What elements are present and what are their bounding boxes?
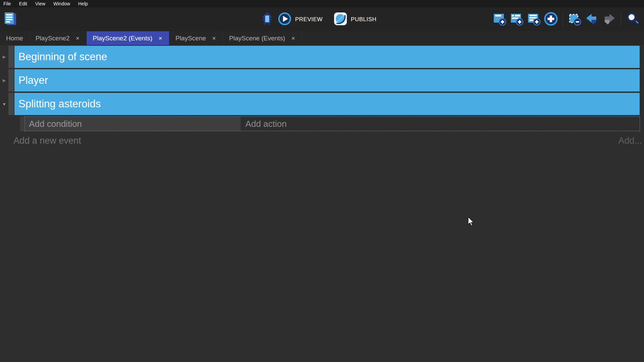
- add-new-event-button[interactable]: Add a new event: [13, 136, 81, 146]
- menu-view[interactable]: View: [35, 1, 45, 6]
- redo-icon: [602, 12, 616, 27]
- event-group-title: Beginning of scene: [18, 51, 107, 63]
- tab-label: Home: [6, 35, 23, 42]
- menu-edit[interactable]: Edit: [19, 1, 27, 6]
- debugger-button[interactable]: [260, 12, 274, 27]
- publish-label[interactable]: PUBLISH: [351, 16, 376, 23]
- toolbar-separator: [621, 12, 621, 27]
- add-action-button[interactable]: Add action: [241, 117, 640, 131]
- add-event-icon: [492, 12, 507, 27]
- undo-icon: [585, 12, 599, 27]
- tab-label: PlayScene2: [36, 35, 70, 42]
- event-group-title: Player: [18, 74, 48, 86]
- search-icon: [626, 12, 640, 27]
- publish-button[interactable]: [333, 12, 348, 27]
- events-footer: Add a new event Add...: [13, 136, 642, 146]
- menu-window[interactable]: Window: [53, 1, 70, 6]
- close-tab-icon[interactable]: ✕: [75, 35, 80, 42]
- play-icon: [278, 12, 292, 27]
- tab-playscene2-events[interactable]: PlayScene2 (Events) ✕: [87, 31, 169, 45]
- add-comment-button[interactable]: [527, 12, 541, 27]
- tab-playscene2[interactable]: PlayScene2 ✕: [30, 31, 87, 45]
- delete-selection-icon: [568, 12, 582, 27]
- add-condition-button[interactable]: Add condition: [25, 117, 241, 131]
- event-group-row[interactable]: ▶ Player: [0, 69, 640, 92]
- tab-label: PlayScene: [175, 35, 206, 42]
- empty-event-row: Add condition Add action: [20, 116, 640, 131]
- tab-playscene[interactable]: PlayScene ✕: [169, 31, 223, 45]
- chevron-right-icon[interactable]: ▶: [3, 78, 6, 83]
- event-group-row[interactable]: ▾ Splitting asteroids: [0, 93, 640, 115]
- event-drag-handle[interactable]: [8, 46, 14, 68]
- publish-globe-icon: [333, 12, 348, 27]
- preview-button[interactable]: [278, 12, 292, 27]
- project-manager-button[interactable]: [3, 12, 17, 27]
- add-condition-label: Add condition: [29, 119, 82, 129]
- preview-label[interactable]: PREVIEW: [295, 16, 323, 23]
- menu-file[interactable]: File: [3, 1, 11, 6]
- tab-playscene-events[interactable]: PlayScene (Events) ✕: [223, 31, 303, 45]
- search-events-button[interactable]: [626, 12, 640, 27]
- tab-label: PlayScene2 (Events): [93, 35, 152, 42]
- add-subevent-icon: [510, 12, 524, 27]
- condition-action-container: Add condition Add action: [25, 116, 640, 131]
- chevron-right-icon[interactable]: ▶: [3, 55, 6, 59]
- project-manager-icon: [3, 11, 17, 28]
- tab-home[interactable]: Home: [0, 31, 30, 45]
- add-event-button[interactable]: [492, 12, 507, 27]
- event-drag-handle[interactable]: [20, 116, 25, 131]
- event-group-title: Splitting asteroids: [18, 98, 101, 110]
- events-sheet: ▶ Beginning of scene ▶ Player ▾ Splittin…: [0, 45, 644, 146]
- add-more-button[interactable]: Add...: [618, 136, 642, 146]
- event-drag-handle[interactable]: [8, 69, 14, 92]
- close-tab-icon[interactable]: ✕: [158, 35, 163, 42]
- event-group-block[interactable]: Player: [14, 69, 640, 92]
- event-drag-handle[interactable]: [8, 93, 14, 115]
- add-subevent-button[interactable]: [510, 12, 524, 27]
- redo-button[interactable]: [602, 12, 616, 27]
- toolbar-separator: [563, 12, 563, 27]
- undo-button[interactable]: [585, 12, 599, 27]
- choose-add-button[interactable]: [544, 12, 558, 27]
- close-tab-icon[interactable]: ✕: [211, 35, 217, 42]
- add-action-label: Add action: [245, 119, 287, 129]
- main-toolbar: PREVIEW PUBLISH: [0, 7, 644, 31]
- debugger-icon: [260, 12, 274, 27]
- fold-gutter: ▶: [0, 46, 8, 68]
- event-group-block[interactable]: Splitting asteroids: [14, 93, 640, 115]
- event-group-row[interactable]: ▶ Beginning of scene: [0, 46, 640, 68]
- menu-bar: File Edit View Window Help: [0, 0, 644, 7]
- fold-gutter: ▾: [0, 93, 8, 115]
- add-circle-icon: [544, 12, 558, 27]
- menu-help[interactable]: Help: [78, 1, 88, 6]
- chevron-down-icon[interactable]: ▾: [3, 101, 5, 107]
- delete-selection-button[interactable]: [568, 12, 582, 27]
- event-group-block[interactable]: Beginning of scene: [14, 46, 640, 68]
- mouse-cursor: [468, 217, 475, 228]
- tab-label: PlayScene (Events): [229, 35, 285, 42]
- editor-tab-bar: Home PlayScene2 ✕ PlayScene2 (Events) ✕ …: [0, 31, 644, 45]
- close-tab-icon[interactable]: ✕: [290, 35, 296, 42]
- add-comment-icon: [527, 12, 541, 27]
- fold-gutter: ▶: [0, 69, 8, 92]
